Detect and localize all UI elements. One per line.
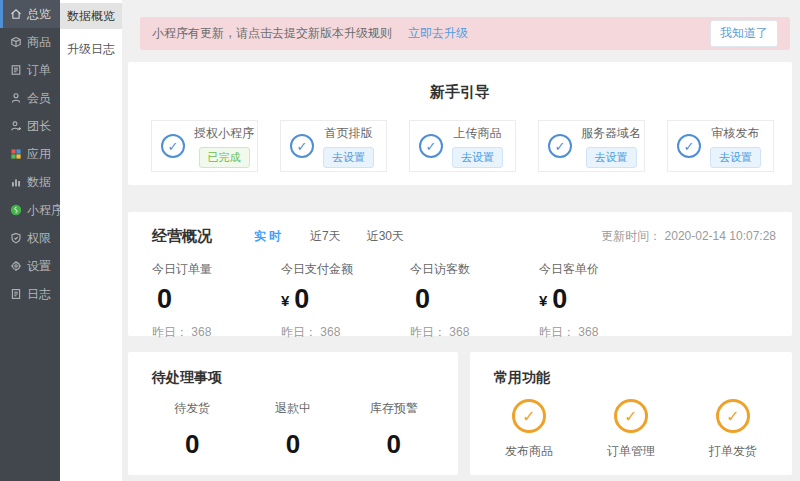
tab-last-7-days[interactable]: 近7天 bbox=[310, 228, 341, 245]
stock-alerts[interactable]: 库存预警 0 bbox=[343, 400, 444, 460]
primary-sidebar: 总览 商品 订单 会员 团长 应用 数据 bbox=[0, 0, 60, 481]
go-setup-button[interactable]: 去设置 bbox=[586, 147, 637, 168]
stat-label: 今日访客数 bbox=[410, 261, 539, 278]
home-icon bbox=[9, 8, 22, 21]
todo-value: 0 bbox=[243, 429, 344, 460]
miniprogram-icon bbox=[9, 204, 22, 217]
guide-step-review-publish: ✓ 审核发布 去设置 bbox=[667, 120, 774, 172]
shortcut-label: 发布商品 bbox=[505, 443, 553, 460]
todo-value: 0 bbox=[343, 429, 444, 460]
sidebar-item-label: 团长 bbox=[27, 118, 51, 135]
sidebar-item-label: 应用 bbox=[27, 146, 51, 163]
shortcut-label: 订单管理 bbox=[607, 443, 655, 460]
shortcut-label: 打单发货 bbox=[709, 443, 757, 460]
overview-header: 经营概况 实时 近7天 近30天 更新时间： 2020-02-14 10:07:… bbox=[128, 212, 792, 246]
guide-step-label: 授权小程序 bbox=[194, 125, 254, 142]
shortcut-publish-goods[interactable]: ✓ 发布商品 bbox=[478, 399, 580, 460]
guide-step-authorize-miniprogram: ✓ 授权小程序 已完成 bbox=[151, 120, 258, 172]
stat-value: ¥0 bbox=[539, 285, 668, 315]
todo-label: 退款中 bbox=[243, 400, 344, 417]
stat-today-payment: 今日支付金额 ¥0 昨日： 368 bbox=[281, 261, 410, 341]
stat-value: 0 bbox=[410, 285, 539, 315]
log-file-icon bbox=[9, 288, 22, 301]
pending-tasks-title: 待处理事项 bbox=[128, 352, 458, 387]
sidebar-item-settings[interactable]: 设置 bbox=[0, 252, 60, 280]
goods-icon bbox=[9, 36, 22, 49]
got-it-button[interactable]: 我知道了 bbox=[710, 20, 778, 47]
bar-chart-icon bbox=[9, 176, 22, 189]
order-icon bbox=[9, 64, 22, 77]
stat-yesterday: 昨日： 368 bbox=[152, 324, 281, 341]
common-functions-card: 常用功能 ✓ 发布商品 ✓ 订单管理 ✓ 打单发货 bbox=[470, 352, 792, 475]
check-circle-icon: ✓ bbox=[419, 134, 443, 158]
check-circle-icon: ✓ bbox=[512, 399, 546, 433]
sidebar-item-orders[interactable]: 订单 bbox=[0, 56, 60, 84]
stat-label: 今日订单量 bbox=[152, 261, 281, 278]
overview-title: 经营概况 bbox=[152, 227, 212, 246]
sidebar-item-label: 权限 bbox=[27, 230, 51, 247]
shortcut-print-and-ship[interactable]: ✓ 打单发货 bbox=[682, 399, 784, 460]
guide-step-upload-goods: ✓ 上传商品 去设置 bbox=[409, 120, 516, 172]
pending-to-ship[interactable]: 待发货 0 bbox=[142, 400, 243, 460]
sidebar-item-logs[interactable]: 日志 bbox=[0, 280, 60, 308]
todo-label: 待发货 bbox=[142, 400, 243, 417]
sidebar-item-permissions[interactable]: 权限 bbox=[0, 224, 60, 252]
sidebar-item-label: 日志 bbox=[27, 286, 51, 303]
banner-message: 小程序有更新，请点击去提交新版本升级规则 bbox=[152, 25, 392, 42]
member-icon bbox=[9, 92, 22, 105]
todo-value: 0 bbox=[142, 429, 243, 460]
sidebar-item-members[interactable]: 会员 bbox=[0, 84, 60, 112]
secondary-sidebar: 数据概览 升级日志 bbox=[60, 0, 122, 481]
updated-timestamp: 更新时间： 2020-02-14 10:07:28 bbox=[601, 228, 776, 245]
guide-step-label: 上传商品 bbox=[454, 125, 502, 142]
tab-realtime[interactable]: 实时 bbox=[254, 228, 284, 245]
check-circle-icon: ✓ bbox=[290, 134, 314, 158]
pending-refunds[interactable]: 退款中 0 bbox=[243, 400, 344, 460]
check-circle-icon: ✓ bbox=[677, 134, 701, 158]
check-circle-icon: ✓ bbox=[161, 134, 185, 158]
sidebar-item-label: 会员 bbox=[27, 90, 51, 107]
common-functions-title: 常用功能 bbox=[470, 352, 792, 387]
tab-last-30-days[interactable]: 近30天 bbox=[367, 228, 404, 245]
stat-today-avg-order-value: 今日客单价 ¥0 昨日： 368 bbox=[539, 261, 668, 341]
sidebar-item-label: 小程序 bbox=[27, 202, 63, 219]
stat-yesterday: 昨日： 368 bbox=[539, 324, 668, 341]
sidebar-item-label: 订单 bbox=[27, 62, 51, 79]
check-circle-icon: ✓ bbox=[614, 399, 648, 433]
completed-button[interactable]: 已完成 bbox=[199, 147, 250, 168]
sidebar-item-miniprogram[interactable]: 小程序 bbox=[0, 196, 60, 224]
stat-value: ¥0 bbox=[281, 285, 410, 315]
update-banner: 小程序有更新，请点击去提交新版本升级规则 立即去升级 我知道了 bbox=[140, 17, 790, 50]
sidebar-item-team-leader[interactable]: 团长 bbox=[0, 112, 60, 140]
go-setup-button[interactable]: 去设置 bbox=[452, 147, 503, 168]
check-circle-icon: ✓ bbox=[716, 399, 750, 433]
sidebar-item-goods[interactable]: 商品 bbox=[0, 28, 60, 56]
stat-yesterday: 昨日： 368 bbox=[410, 324, 539, 341]
overview-tabs: 实时 近7天 近30天 bbox=[254, 228, 404, 245]
submenu-item-upgrade-log[interactable]: 升级日志 bbox=[60, 36, 122, 62]
currency-symbol: ¥ bbox=[281, 292, 289, 309]
go-setup-button[interactable]: 去设置 bbox=[710, 147, 761, 168]
go-setup-button[interactable]: 去设置 bbox=[323, 147, 374, 168]
stat-today-visitors: 今日访客数 0 昨日： 368 bbox=[410, 261, 539, 341]
sidebar-item-apps[interactable]: 应用 bbox=[0, 140, 60, 168]
sidebar-item-data[interactable]: 数据 bbox=[0, 168, 60, 196]
guide-step-label: 审核发布 bbox=[712, 125, 760, 142]
gear-icon bbox=[9, 260, 22, 273]
business-overview-card: 经营概况 实时 近7天 近30天 更新时间： 2020-02-14 10:07:… bbox=[128, 212, 792, 336]
apps-grid-icon bbox=[9, 148, 22, 161]
sidebar-item-overview[interactable]: 总览 bbox=[0, 0, 60, 28]
stat-label: 今日支付金额 bbox=[281, 261, 410, 278]
shortcut-order-management[interactable]: ✓ 订单管理 bbox=[580, 399, 682, 460]
submenu-item-data-overview[interactable]: 数据概览 bbox=[60, 3, 122, 29]
guide-step-label: 首页排版 bbox=[325, 125, 373, 142]
check-circle-icon: ✓ bbox=[548, 134, 572, 158]
shortcuts-row: ✓ 发布商品 ✓ 订单管理 ✓ 打单发货 bbox=[470, 399, 792, 460]
currency-symbol: ¥ bbox=[539, 292, 547, 309]
guide-step-home-layout: ✓ 首页排版 去设置 bbox=[280, 120, 387, 172]
upgrade-now-link[interactable]: 立即去升级 bbox=[408, 25, 468, 42]
team-leader-icon bbox=[9, 120, 22, 133]
overview-stats-row: 今日订单量 0 昨日： 368 今日支付金额 ¥0 昨日： 368 今日访客数 … bbox=[128, 261, 792, 341]
guide-steps-row: ✓ 授权小程序 已完成 ✓ 首页排版 去设置 ✓ 上传商品 去设置 ✓ 服务器域… bbox=[128, 120, 792, 172]
sidebar-item-label: 数据 bbox=[27, 174, 51, 191]
